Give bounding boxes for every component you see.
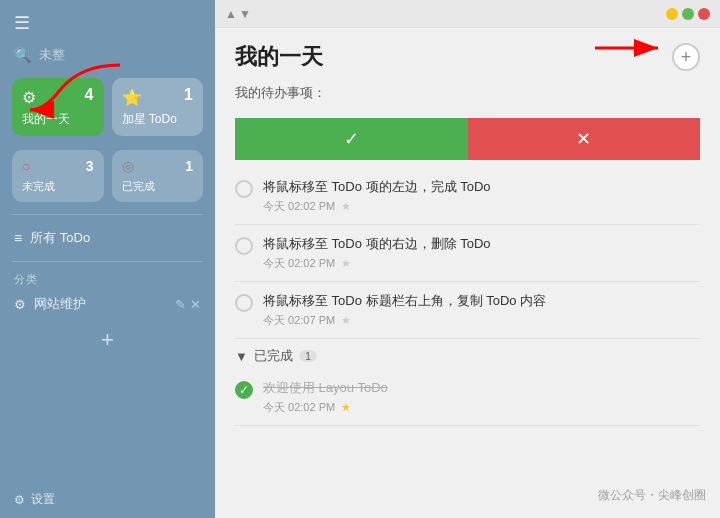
- todo-time-2: 今天 02:02 PM: [263, 256, 335, 271]
- list-icon: ≡: [14, 230, 22, 246]
- todo-text-done-1: 欢迎使用 Layou ToDo: [263, 379, 700, 397]
- category-icon: ⚙: [14, 297, 26, 312]
- add-todo-button[interactable]: +: [672, 43, 700, 71]
- search-text: 未整: [39, 46, 65, 64]
- completed-section-header[interactable]: ▼ 已完成 1: [235, 339, 700, 369]
- todo-star-done-1[interactable]: ★: [341, 401, 351, 414]
- todo-checkbox-3[interactable]: [235, 294, 253, 312]
- sidebar-search[interactable]: 🔍 未整: [0, 40, 215, 70]
- close-button[interactable]: [698, 8, 710, 20]
- sidebar-mini-tiles: 3 ○ 未完成 1 ◎ 已完成: [0, 144, 215, 208]
- todo-meta-2: 今天 02:02 PM ★: [263, 256, 700, 271]
- todo-meta-3: 今天 02:07 PM ★: [263, 313, 700, 328]
- settings-icon: ⚙: [14, 493, 25, 507]
- tile-my-day-icon: ⚙: [22, 88, 94, 107]
- todo-text-wrap-3: 将鼠标移至 ToDo 标题栏右上角，复制 ToDo 内容 今天 02:07 PM…: [263, 292, 700, 328]
- confirm-button[interactable]: ✓: [235, 118, 468, 160]
- tile-incomplete-icon: ○: [22, 158, 94, 174]
- sidebar-divider-1: [12, 214, 203, 215]
- todo-text-wrap-1: 将鼠标移至 ToDo 项的左边，完成 ToDo 今天 02:02 PM ★: [263, 178, 700, 214]
- sidebar-item-all-todo[interactable]: ≡ 所有 ToDo: [0, 221, 215, 255]
- todo-text-1: 将鼠标移至 ToDo 项的左边，完成 ToDo: [263, 178, 700, 196]
- delete-button[interactable]: ✕: [468, 118, 701, 160]
- todo-star-2[interactable]: ★: [341, 257, 351, 270]
- search-icon: 🔍: [14, 47, 31, 63]
- tile-my-day-label: 我的一天: [22, 111, 94, 128]
- list-item: ✓ 欢迎使用 Layou ToDo 今天 02:02 PM ★: [235, 369, 700, 426]
- titlebar-controls: [666, 8, 710, 20]
- todo-star-3[interactable]: ★: [341, 314, 351, 327]
- tile-completed-label: 已完成: [122, 179, 194, 194]
- tile-incomplete[interactable]: 3 ○ 未完成: [12, 150, 104, 202]
- todo-time-1: 今天 02:02 PM: [263, 199, 335, 214]
- tile-incomplete-count: 3: [86, 158, 94, 174]
- sidebar-add-button[interactable]: +: [0, 319, 215, 361]
- sidebar-footer-settings[interactable]: ⚙ 设置: [0, 481, 215, 518]
- todo-checkbox-2[interactable]: [235, 237, 253, 255]
- tile-completed-icon: ◎: [122, 158, 194, 174]
- sidebar-divider-2: [12, 261, 203, 262]
- todo-meta-1: 今天 02:02 PM ★: [263, 199, 700, 214]
- sidebar-item-all-todo-label: 所有 ToDo: [30, 229, 90, 247]
- tile-starred-icon: ⭐: [122, 88, 194, 107]
- tile-my-day[interactable]: 4 ⚙ 我的一天: [12, 78, 104, 136]
- tile-completed-count: 1: [185, 158, 193, 174]
- completed-badge: 1: [299, 350, 317, 362]
- todo-checkbox-1[interactable]: [235, 180, 253, 198]
- main-header: 我的一天 +: [215, 28, 720, 80]
- todo-text-wrap-done-1: 欢迎使用 Layou ToDo 今天 02:02 PM ★: [263, 379, 700, 415]
- scroll-arrows: ▲ ▼: [225, 7, 251, 21]
- list-item: 将鼠标移至 ToDo 项的右边，删除 ToDo 今天 02:02 PM ★: [235, 225, 700, 282]
- todo-meta-done-1: 今天 02:02 PM ★: [263, 400, 700, 415]
- tile-starred-label: 加星 ToDo: [122, 111, 194, 128]
- title-bar: ▲ ▼: [215, 0, 720, 28]
- scroll-down-icon[interactable]: ▼: [239, 7, 251, 21]
- tile-incomplete-label: 未完成: [22, 179, 94, 194]
- page-title: 我的一天: [235, 42, 323, 72]
- todo-time-done-1: 今天 02:02 PM: [263, 400, 335, 415]
- list-item: 将鼠标移至 ToDo 项的左边，完成 ToDo 今天 02:02 PM ★: [235, 168, 700, 225]
- completed-chevron: ▼: [235, 349, 248, 364]
- tile-completed[interactable]: 1 ◎ 已完成: [112, 150, 204, 202]
- todo-text-wrap-2: 将鼠标移至 ToDo 项的右边，删除 ToDo 今天 02:02 PM ★: [263, 235, 700, 271]
- pending-section-label: 我的待办事项：: [215, 80, 720, 110]
- sidebar-category-label: 分类: [0, 268, 215, 289]
- tile-starred-count: 1: [184, 86, 193, 104]
- todo-star-1[interactable]: ★: [341, 200, 351, 213]
- maximize-button[interactable]: [682, 8, 694, 20]
- todo-list: 将鼠标移至 ToDo 项的左边，完成 ToDo 今天 02:02 PM ★ 将鼠…: [215, 168, 720, 518]
- hamburger-icon[interactable]: ☰: [14, 12, 30, 34]
- category-actions: ✎ ✕: [175, 297, 201, 312]
- action-buttons: ✓ ✕: [235, 118, 700, 160]
- sidebar-tiles: 4 ⚙ 我的一天 1 ⭐ 加星 ToDo: [0, 70, 215, 144]
- minimize-button[interactable]: [666, 8, 678, 20]
- completed-label: 已完成: [254, 347, 293, 365]
- sidebar-item-website-maintenance[interactable]: ⚙ 网站维护 ✎ ✕: [0, 289, 215, 319]
- list-item: 将鼠标移至 ToDo 标题栏右上角，复制 ToDo 内容 今天 02:07 PM…: [235, 282, 700, 339]
- scroll-up-icon[interactable]: ▲: [225, 7, 237, 21]
- todo-checkbox-done-1[interactable]: ✓: [235, 381, 253, 399]
- delete-icon[interactable]: ✕: [190, 297, 201, 312]
- main-content: ▲ ▼ 我的一天 + 我的待办事项： ✓ ✕ 将鼠: [215, 0, 720, 518]
- tile-my-day-count: 4: [85, 86, 94, 104]
- tile-starred[interactable]: 1 ⭐ 加星 ToDo: [112, 78, 204, 136]
- sidebar-header: ☰: [0, 0, 215, 40]
- category-item-label: 网站维护: [34, 295, 86, 313]
- sidebar: ☰ 🔍 未整 4 ⚙ 我的一天 1 ⭐ 加星 ToDo 3 ○ 未完成: [0, 0, 215, 518]
- edit-icon[interactable]: ✎: [175, 297, 186, 312]
- todo-text-3: 将鼠标移至 ToDo 标题栏右上角，复制 ToDo 内容: [263, 292, 700, 310]
- todo-text-2: 将鼠标移至 ToDo 项的右边，删除 ToDo: [263, 235, 700, 253]
- todo-time-3: 今天 02:07 PM: [263, 313, 335, 328]
- settings-label: 设置: [31, 491, 55, 508]
